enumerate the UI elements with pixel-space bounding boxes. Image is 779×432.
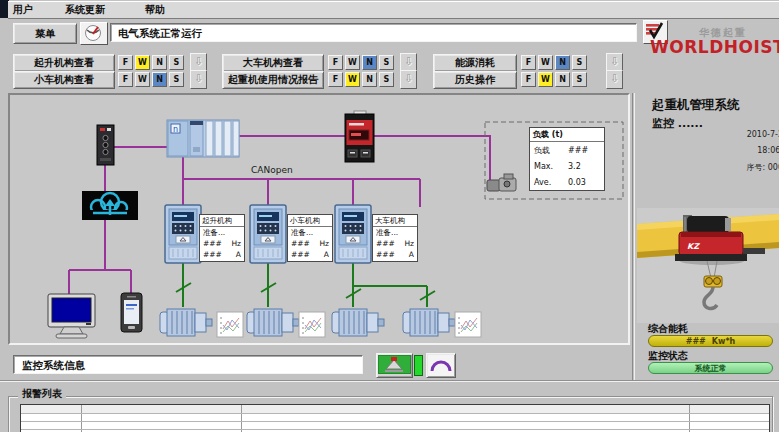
mode-s-button[interactable]: S — [572, 55, 587, 70]
plc-device[interactable]: n — [167, 120, 239, 157]
energy-label: 综合能耗 — [648, 322, 688, 336]
alarm-table-header — [21, 405, 769, 413]
down-arrow-button[interactable]: ⇩ — [190, 70, 207, 89]
trend-chart-button[interactable] — [455, 312, 481, 337]
mode-n-button[interactable]: N — [152, 72, 167, 87]
time-label: 18:06: — [757, 146, 779, 155]
row-divider — [21, 429, 769, 430]
mode-f-button[interactable]: F — [118, 55, 133, 70]
load-row: 负载 ### — [530, 142, 604, 158]
nav-trolley-view[interactable]: 小车机构查看 — [13, 71, 115, 89]
mode-f-button[interactable]: F — [328, 55, 343, 70]
brand-logo: WORLDHOIST — [650, 37, 779, 57]
gauge-icon — [81, 23, 105, 42]
date-label: 2010-7-2 — [747, 130, 779, 139]
load-limiter-device — [345, 111, 374, 162]
trend-chart-button[interactable] — [299, 312, 325, 337]
load-panel-title: 负载 (t) — [530, 128, 604, 142]
mode-w-button[interactable]: W — [135, 55, 150, 70]
inverter-info-trolley: 小车机构 准备... ###Hz ###A — [287, 214, 333, 262]
mode-w-button[interactable]: W — [538, 72, 553, 87]
inverter-frequency: ###Hz — [373, 238, 417, 249]
mode-w-button[interactable]: W — [345, 72, 360, 87]
down-arrow-button[interactable]: ⇩ — [606, 70, 623, 89]
mode-n-button[interactable]: N — [362, 55, 377, 70]
mode-f-button[interactable]: F — [521, 55, 536, 70]
inverter-frequency: ###Hz — [200, 238, 244, 249]
system-status-indicator: 系统正常 — [648, 362, 773, 374]
gauge-curve-button[interactable] — [426, 353, 456, 378]
nav-history[interactable]: 历史操作 — [433, 71, 517, 89]
inverter-current: ###A — [288, 249, 332, 260]
mode-group: F W N S — [118, 72, 184, 87]
inverter-trolley-icon[interactable] — [250, 205, 286, 263]
inverter-info-gantry: 大车机构 准备... ###Hz ###A — [372, 214, 418, 262]
mode-group: F W N S — [328, 72, 394, 87]
bus-label: CANopen — [251, 165, 293, 175]
mode-group: F W N S — [521, 72, 587, 87]
nav-hoist-view[interactable]: 起升机构查看 — [13, 54, 115, 72]
monitor-info-field[interactable]: 监控系统信息 — [13, 355, 363, 374]
inverter-info-hoist: 起升机构 准备... ###Hz ###A — [199, 214, 245, 262]
down-arrow-button[interactable]: ⇩ — [400, 70, 417, 89]
energy-indicator: ### Kw*h — [648, 335, 773, 347]
inverter-gantry-icon[interactable] — [335, 205, 371, 263]
inverter-frequency: ###Hz — [288, 238, 332, 249]
mode-n-button[interactable]: N — [555, 72, 570, 87]
gateway-device — [97, 125, 114, 165]
mode-group: F W N S — [328, 55, 394, 70]
mode-f-button[interactable]: F — [118, 72, 133, 87]
mode-f-button[interactable]: F — [328, 72, 343, 87]
mode-w-button[interactable]: W — [538, 55, 553, 70]
mode-f-button[interactable]: F — [521, 72, 536, 87]
mode-w-button[interactable]: W — [345, 55, 360, 70]
inverter-title: 起升机构 — [200, 215, 244, 227]
smartphone-icon — [121, 293, 142, 332]
mode-group: F W N S — [118, 55, 184, 70]
nav-gantry-view[interactable]: 大车机构查看 — [222, 54, 324, 72]
mode-s-button[interactable]: S — [169, 72, 184, 87]
inverter-current: ###A — [200, 249, 244, 260]
menu-button[interactable]: 菜单 — [13, 23, 77, 44]
mode-s-button[interactable]: S — [572, 72, 587, 87]
menu-update[interactable]: 系统更新 — [65, 3, 105, 17]
column-divider — [81, 405, 82, 432]
mode-s-button[interactable]: S — [379, 72, 394, 87]
alarm-title: 报警列表 — [18, 387, 66, 401]
mode-n-button[interactable]: N — [555, 55, 570, 70]
nav-energy[interactable]: 能源消耗 — [433, 54, 517, 72]
gauge-button[interactable] — [80, 22, 108, 45]
hoist-icon — [378, 355, 411, 374]
load-row: Max. 3.2 — [530, 158, 604, 174]
arc-icon — [428, 355, 454, 374]
motor-icon — [247, 309, 299, 336]
network-diagram-panel: CANopen n — [8, 93, 630, 345]
hoist-monitor-button[interactable] — [376, 353, 413, 378]
system-status-field[interactable]: 电气系统正常运行 — [110, 23, 637, 42]
hoist-photo: KZ — [637, 208, 779, 323]
inverter-hoist-icon[interactable] — [165, 205, 201, 263]
row-divider — [21, 421, 769, 422]
mode-s-button[interactable]: S — [169, 55, 184, 70]
column-divider — [689, 405, 690, 432]
motor-icon — [332, 309, 384, 336]
mode-n-button[interactable]: N — [362, 72, 377, 87]
panel-separator — [632, 93, 635, 380]
mode-s-button[interactable]: S — [379, 55, 394, 70]
menu-bar: 用户 系统更新 帮助 — [8, 1, 779, 19]
cloud-upload-icon — [82, 191, 138, 220]
mode-n-button[interactable]: N — [152, 55, 167, 70]
alarm-table[interactable] — [20, 404, 770, 432]
motor-icon — [403, 309, 455, 336]
inverter-status: 准备... — [373, 227, 417, 238]
load-row: Ave. 0.03 — [530, 174, 604, 190]
trend-chart-button[interactable] — [217, 312, 243, 337]
mode-group: F W N S — [521, 55, 587, 70]
hmi-screen: 用户 系统更新 帮助 菜单 电气系统正常运行 华德起重 WORLDHOIST 起… — [0, 0, 779, 432]
menu-user[interactable]: 用户 — [13, 3, 33, 17]
nav-usage-report[interactable]: 起重机使用情况报告 — [222, 71, 324, 89]
mode-w-button[interactable]: W — [135, 72, 150, 87]
menu-help[interactable]: 帮助 — [145, 3, 165, 17]
power-lines — [176, 263, 435, 307]
section-divider — [0, 380, 779, 382]
